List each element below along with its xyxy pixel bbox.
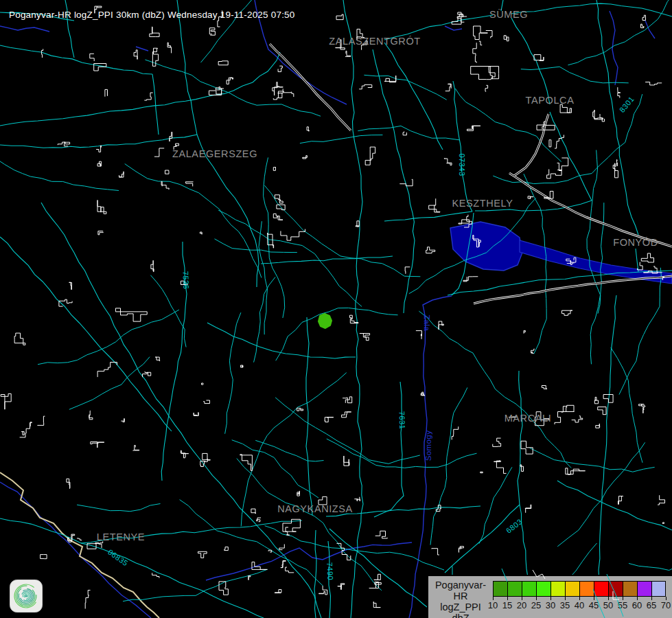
road-line [374, 382, 404, 517]
settlement-outline [594, 397, 598, 403]
settlement-outline [202, 453, 211, 460]
radar-map-screen: SÜMEGZALASZENTGRÓTTAPOLCAZALAEGERSZEGKES… [0, 0, 672, 618]
road-line [501, 0, 503, 11]
settlement-outline [152, 48, 158, 66]
river-line [0, 26, 49, 32]
road-line [343, 0, 363, 618]
settlement-outline [174, 144, 178, 150]
settlement-outline [97, 161, 101, 166]
settlement-outline [452, 426, 459, 439]
minor-road [479, 467, 512, 543]
settlement-outline [641, 24, 645, 27]
settlement-outline [467, 126, 480, 130]
road-line [0, 237, 172, 431]
settlement-outline [489, 67, 495, 79]
settlement-outline [509, 417, 516, 417]
settlement-outline [479, 41, 482, 45]
settlement-outline [559, 405, 574, 412]
road-line [0, 52, 280, 126]
settlement-outline [307, 127, 309, 131]
road-line [314, 530, 316, 618]
settlement-outline [154, 148, 164, 157]
settlement-outline [209, 28, 215, 36]
settlement-outline [278, 66, 282, 71]
settlement-outline [152, 573, 159, 577]
minor-road [364, 75, 446, 100]
settlement-outline [603, 395, 613, 403]
settlement-outline [241, 365, 243, 367]
settlement-outline [374, 574, 381, 580]
settlement-outline [273, 214, 283, 220]
settlement-outline [155, 357, 159, 361]
settlement-outline [416, 331, 422, 339]
minor-road [38, 310, 179, 365]
settlement-outline [557, 158, 568, 171]
settlement-outline [400, 179, 413, 185]
settlement-outline [97, 363, 117, 378]
settlement-outline [69, 282, 72, 290]
minor-road [430, 387, 467, 545]
settlement-outline [598, 407, 606, 415]
settlement-outline [1, 393, 11, 409]
legend-tick-label: 50 [603, 600, 613, 610]
road-line [306, 317, 312, 515]
legend-color-cell [536, 581, 551, 597]
road-line [65, 0, 74, 58]
road-line [445, 505, 520, 573]
legend-radar-name: Poganyvar-HR [428, 580, 493, 602]
settlement-outline [544, 191, 553, 198]
settlement-outline [645, 82, 662, 85]
settlement-outline [303, 156, 308, 159]
road-line [81, 536, 143, 543]
settlement-outline [318, 496, 327, 505]
settlement-outline [218, 61, 228, 65]
settlement-outline [459, 547, 463, 553]
minor-road [358, 126, 459, 139]
minor-road [232, 440, 318, 498]
minor-road [530, 448, 655, 472]
settlement-outline [227, 78, 233, 84]
settlement-outline [524, 330, 525, 333]
settlement-outline [338, 584, 345, 590]
legend-tick-label: 65 [647, 600, 656, 610]
legend-tick-label: 30 [546, 600, 555, 610]
settlement-outline [520, 465, 523, 472]
settlement-outline [251, 509, 255, 514]
road-line [207, 323, 356, 358]
settlement-outline [343, 397, 352, 403]
minor-road [611, 347, 642, 463]
river-line [136, 47, 148, 51]
settlement-outline [319, 586, 327, 595]
settlement-outline [170, 132, 172, 141]
settlement-outline [144, 93, 152, 100]
settlement-outline [167, 43, 172, 53]
settlement-outline [439, 321, 443, 330]
settlement-outline [485, 85, 488, 91]
minor-road [524, 174, 546, 354]
road-line [617, 137, 638, 235]
road-line [518, 371, 522, 505]
road-line [326, 506, 480, 516]
road-line [384, 43, 443, 150]
legend-tick-label: 25 [531, 600, 541, 610]
river-line [206, 542, 412, 580]
settlement-outline [200, 232, 202, 234]
legend-color-cell [522, 581, 536, 597]
settlement-outline [662, 523, 664, 524]
road-line [557, 481, 672, 530]
settlement-outline [278, 91, 293, 98]
settlement-outline [444, 159, 452, 165]
legend-color-cell [579, 581, 594, 597]
legend-tick-label: 35 [560, 600, 570, 610]
minor-road [150, 275, 186, 347]
settlement-outline [90, 54, 94, 61]
legend-color-cell [551, 581, 565, 597]
settlement-outline [58, 142, 69, 146]
settlement-outline [356, 221, 359, 227]
settlement-outline [426, 247, 435, 253]
settlement-outline [494, 460, 507, 473]
road-line [329, 529, 441, 618]
settlement-outline [600, 114, 605, 122]
river-layer [0, 0, 655, 618]
minor-road [587, 150, 601, 313]
